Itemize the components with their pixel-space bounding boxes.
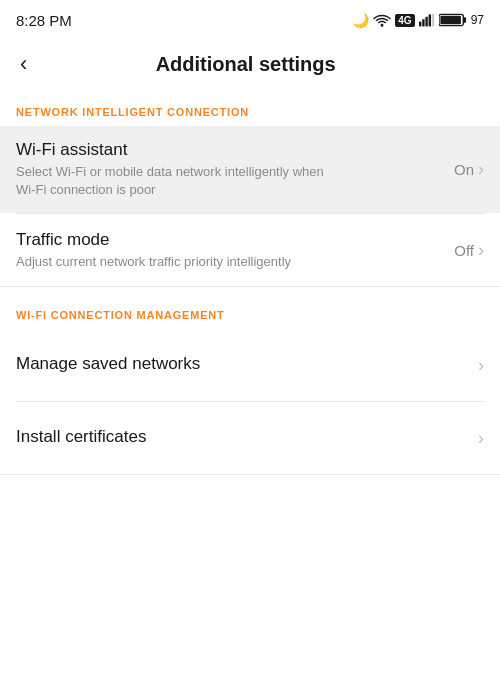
traffic-mode-title: Traffic mode [16, 230, 446, 250]
setting-item-wifi-assistant[interactable]: Wi-Fi assistant Select Wi-Fi or mobile d… [0, 126, 500, 213]
svg-rect-6 [463, 17, 466, 23]
wifi-icon [373, 13, 391, 27]
manage-networks-chevron-icon: › [478, 355, 484, 376]
wifi-assistant-content: Wi-Fi assistant Select Wi-Fi or mobile d… [16, 140, 446, 199]
svg-rect-3 [428, 14, 430, 26]
manage-networks-content: Manage saved networks [16, 354, 470, 377]
signal-icon [419, 13, 435, 27]
status-icons: 🌙 4G 97 [352, 12, 484, 28]
status-time: 8:28 PM [16, 12, 72, 29]
svg-rect-1 [422, 19, 424, 26]
wifi-assistant-status: On [454, 161, 474, 178]
back-button[interactable]: ‹ [16, 49, 31, 79]
install-certs-chevron-icon: › [478, 428, 484, 449]
traffic-mode-content: Traffic mode Adjust current network traf… [16, 230, 446, 271]
wifi-assistant-title: Wi-Fi assistant [16, 140, 446, 160]
install-certs-title: Install certificates [16, 427, 470, 447]
status-bar: 8:28 PM 🌙 4G 97 [0, 0, 500, 36]
header: ‹ Additional settings [0, 36, 500, 92]
manage-networks-title: Manage saved networks [16, 354, 470, 374]
battery-percent: 97 [471, 13, 484, 27]
do-not-disturb-icon: 🌙 [352, 12, 369, 28]
svg-rect-0 [419, 22, 421, 27]
battery-icon [439, 13, 467, 27]
install-certs-content: Install certificates [16, 427, 470, 450]
lte-icon: 4G [395, 14, 414, 27]
setting-item-traffic-mode[interactable]: Traffic mode Adjust current network traf… [0, 214, 500, 286]
section-gap [0, 287, 500, 295]
section-label-wifi-mgmt: WI-FI CONNECTION MANAGEMENT [0, 295, 500, 329]
setting-item-manage-networks[interactable]: Manage saved networks › [0, 329, 500, 401]
wifi-assistant-chevron-icon: › [478, 159, 484, 180]
page-title: Additional settings [47, 53, 444, 76]
svg-rect-2 [425, 17, 427, 27]
traffic-mode-status: Off [454, 242, 474, 259]
traffic-mode-right: Off › [454, 240, 484, 261]
manage-networks-right: › [478, 355, 484, 376]
install-certs-right: › [478, 428, 484, 449]
setting-item-install-certs[interactable]: Install certificates › [0, 402, 500, 474]
svg-rect-4 [431, 14, 433, 27]
traffic-mode-chevron-icon: › [478, 240, 484, 261]
traffic-mode-desc: Adjust current network traffic priority … [16, 253, 336, 271]
svg-rect-7 [440, 16, 461, 24]
wifi-assistant-desc: Select Wi-Fi or mobile data network inte… [16, 163, 336, 199]
wifi-assistant-right: On › [454, 159, 484, 180]
divider-3 [0, 474, 500, 475]
section-label-network: NETWORK INTELLIGENT CONNECTION [0, 92, 500, 126]
